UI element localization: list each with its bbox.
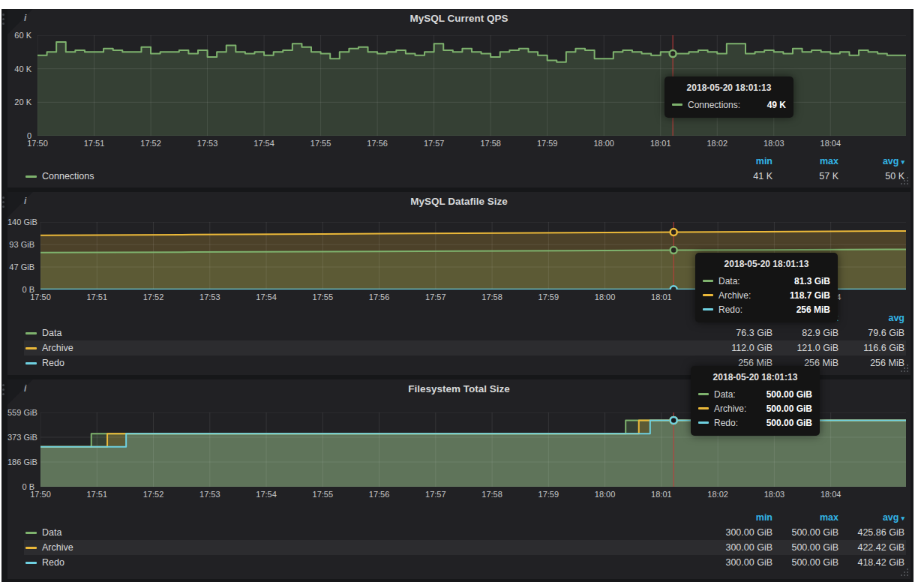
x-axis-tick-label: 17:50: [27, 139, 48, 148]
legend-series-row: Data76.3 GiB82.9 GiB79.6 GiB: [24, 326, 906, 340]
x-axis-tick-label: 18:04: [820, 139, 842, 148]
x-axis-tick-label: 17:55: [313, 490, 334, 499]
panel-mysql-datafile-size: i MySQL Datafile Size minmaxavgData76.3 …: [8, 192, 910, 375]
panel-title[interactable]: MySQL Datafile Size: [52, 196, 866, 207]
x-axis-tick-label: 17:56: [367, 139, 388, 148]
panel-title[interactable]: MySQL Current QPS: [52, 13, 866, 24]
x-axis-tick-label: 18:03: [764, 292, 785, 302]
legend-series-row: Redo256 MiB256 MiB256 MiB: [24, 356, 906, 370]
drag-handle-icon[interactable]: [2, 196, 6, 210]
legend-stat-header-avg[interactable]: avg: [838, 313, 904, 323]
panel-title[interactable]: Filesystem Total Size: [52, 383, 866, 394]
legend-stat-value-min: 112.0 GiB: [706, 343, 772, 353]
info-icon[interactable]: i: [24, 383, 26, 394]
chart-plot-area[interactable]: [40, 222, 906, 290]
legend-stat-header-max[interactable]: max: [772, 512, 838, 523]
legend-stat-header-avg[interactable]: avg▾: [838, 512, 904, 523]
legend-stats-header-row: minmaxavg: [24, 310, 906, 326]
x-axis-tick-label: 17:52: [143, 292, 164, 302]
chart-plot-area[interactable]: [40, 412, 906, 487]
legend-series-toggle-data[interactable]: Data: [26, 527, 706, 538]
y-axis-tick-label: 40 K: [8, 64, 32, 74]
legend-body: Data76.3 GiB82.9 GiB79.6 GiBArchive112.0…: [24, 326, 906, 370]
resize-handle-icon[interactable]: [900, 177, 908, 185]
x-axis-tick-label: 17:50: [30, 292, 51, 302]
series-area-archive: [40, 231, 906, 290]
chart-plot-area[interactable]: [38, 35, 906, 136]
x-axis-tick-label: 18:04: [820, 490, 842, 499]
y-axis-tick-label: 93 GiB: [8, 240, 34, 249]
panel-filesystem-total-size: i Filesystem Total Size minmaxavg▾Data30…: [8, 380, 910, 579]
x-axis-tick-label: 17:51: [86, 292, 107, 302]
dashboard-background: i MySQL Current QPS minmaxavg▾Connection…: [2, 9, 914, 582]
legend-series-toggle-redo[interactable]: Redo: [26, 557, 706, 568]
legend-series-row: Redo300.00 GiB500.00 GiB418.42 GiB: [24, 555, 906, 570]
x-axis-tick-label: 17:53: [200, 490, 220, 499]
x-axis-tick-label: 18:01: [651, 490, 672, 499]
x-axis-tick-label: 17:57: [424, 139, 445, 148]
series-color-dash-icon: [26, 362, 37, 364]
x-axis-tick-label: 17:53: [197, 139, 218, 148]
legend-stat-value-min: 300.00 GiB: [706, 557, 772, 568]
legend: minmaxavg▾Data300.00 GiB500.00 GiB425.86…: [24, 510, 906, 570]
legend-stat-value-min: 300.00 GiB: [706, 542, 772, 553]
info-icon[interactable]: i: [24, 196, 26, 206]
y-axis-tick-label: 559 GiB: [8, 408, 34, 417]
legend-series-name: Redo: [42, 557, 64, 568]
y-axis-tick-label: 60 K: [8, 31, 32, 40]
series-color-dash-icon: [26, 547, 37, 549]
legend-stat-value-min: 41 K: [706, 171, 772, 182]
sort-caret-icon: ▾: [901, 514, 904, 522]
chart-canvas[interactable]: [40, 222, 906, 290]
x-axis-tick-label: 17:51: [86, 490, 107, 499]
legend-stat-header-avg[interactable]: avg▾: [838, 156, 904, 166]
legend-stat-header-max[interactable]: max: [772, 156, 838, 166]
hover-point-marker: [670, 229, 677, 236]
resize-handle-icon[interactable]: [900, 364, 908, 373]
drag-handle-icon[interactable]: [2, 14, 6, 27]
legend-stat-header-min[interactable]: min: [706, 156, 772, 166]
series-color-dash-icon: [26, 332, 37, 334]
panel-corner-wedge: [8, 192, 33, 218]
legend-stat-value-avg: 418.42 GiB: [838, 557, 904, 568]
hover-point-marker: [670, 50, 676, 57]
legend-series-toggle-connections[interactable]: Connections: [26, 171, 706, 182]
legend-series-toggle-archive[interactable]: Archive: [26, 343, 706, 353]
x-axis-tick-label: 17:51: [84, 139, 105, 148]
legend-series-toggle-data[interactable]: Data: [26, 328, 706, 338]
legend-stat-value-avg: 422.42 GiB: [838, 542, 904, 553]
x-axis-tick-label: 17:58: [480, 139, 501, 148]
x-axis-tick-label: 18:01: [651, 292, 672, 302]
y-axis-tick-label: 140 GiB: [8, 218, 34, 226]
chart-canvas[interactable]: [40, 412, 906, 487]
legend-stat-header-min[interactable]: min: [706, 313, 772, 323]
legend-stat-value-max: 121.0 GiB: [772, 343, 838, 353]
legend-series-name: Redo: [42, 358, 64, 368]
legend-series-name: Archive: [42, 343, 74, 353]
resize-handle-icon[interactable]: [900, 568, 908, 577]
x-axis-tick-label: 17:55: [313, 292, 334, 302]
hover-point-marker: [670, 417, 677, 424]
legend-stat-value-min: 256 MiB: [706, 358, 772, 368]
legend-stat-header-max[interactable]: max: [772, 313, 838, 323]
x-axis-tick-label: 17:59: [537, 139, 558, 148]
x-axis-tick-label: 17:56: [369, 292, 390, 302]
info-icon[interactable]: i: [24, 13, 26, 23]
x-axis-tick-label: 17:54: [256, 292, 277, 302]
series-area-connections: [38, 42, 906, 136]
drag-handle-icon[interactable]: [2, 384, 6, 398]
x-axis-tick-label: 17:58: [482, 490, 502, 499]
legend-series-toggle-archive[interactable]: Archive: [26, 542, 706, 553]
series-color-dash-icon: [26, 532, 37, 534]
y-axis-tick-label: 186 GiB: [8, 458, 34, 466]
legend-stat-header-min[interactable]: min: [706, 512, 772, 523]
legend-series-toggle-redo[interactable]: Redo: [26, 358, 706, 368]
hover-point-marker: [670, 247, 677, 254]
x-axis-tick-label: 18:00: [595, 490, 616, 499]
legend-stat-value-min: 300.00 GiB: [706, 527, 772, 538]
x-axis-tick-label: 18:02: [706, 139, 728, 148]
chart-canvas[interactable]: [38, 35, 906, 136]
legend-stats-header-row: minmaxavg▾: [24, 154, 906, 169]
legend-series-name: Connections: [42, 171, 94, 182]
series-color-dash-icon: [26, 176, 37, 178]
